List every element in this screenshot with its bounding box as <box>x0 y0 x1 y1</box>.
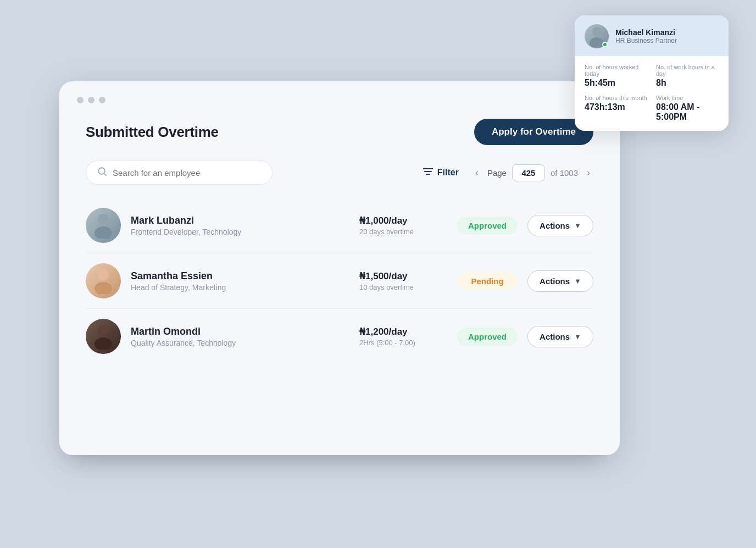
profile-avatar-wrap <box>585 24 609 48</box>
employee-days: 10 days overtime <box>359 283 447 291</box>
employee-days: 2Hrs (5:00 - 7:00) <box>359 339 447 347</box>
employee-pay: ₦1,000/day 20 days overtime <box>359 215 447 236</box>
pagination: ‹ Page of 1003 › <box>472 164 593 181</box>
prev-page-button[interactable]: ‹ <box>472 166 482 180</box>
employee-rate: ₦1,000/day <box>359 215 447 226</box>
svg-point-12 <box>590 37 604 47</box>
svg-point-9 <box>98 325 109 336</box>
table-row: Martin Omondi Quality Assurance, Technol… <box>86 309 593 364</box>
card-header: Submitted Overtime Apply for Overtime <box>59 103 620 156</box>
window-dots <box>59 81 620 103</box>
page-label: Page <box>487 168 507 178</box>
employee-list: Mark Lubanzi Frontend Developer, Technol… <box>59 198 620 364</box>
filter-icon <box>423 168 433 178</box>
chevron-down-icon: ▼ <box>574 333 581 341</box>
profile-role: HR Business Partner <box>615 37 677 45</box>
profile-stats: No. of hours worked today 5h:45m No. of … <box>575 56 729 131</box>
avatar <box>86 263 121 298</box>
employee-name: Samantha Essien <box>131 270 349 282</box>
avatar <box>86 208 121 243</box>
employee-info: Martin Omondi Quality Assurance, Technol… <box>131 326 349 347</box>
employee-role: Head of Strategy, Marketing <box>131 283 349 292</box>
employee-name: Martin Omondi <box>131 326 349 337</box>
dot-3 <box>99 97 105 103</box>
status-badge: Pending <box>457 272 518 290</box>
search-input[interactable] <box>113 168 261 178</box>
svg-point-10 <box>94 337 112 350</box>
next-page-button[interactable]: › <box>583 166 593 180</box>
filter-button[interactable]: Filter <box>423 168 459 178</box>
chevron-down-icon: ▼ <box>574 222 581 230</box>
main-card: Submitted Overtime Apply for Overtime <box>59 81 620 455</box>
dot-1 <box>77 97 84 103</box>
profile-name-wrap: Michael Kimanzi HR Business Partner <box>615 28 677 45</box>
employee-pay: ₦1,200/day 2Hrs (5:00 - 7:00) <box>359 326 447 347</box>
actions-label: Actions <box>540 332 570 341</box>
svg-line-1 <box>104 174 107 176</box>
stat-label: Work time <box>656 95 719 101</box>
actions-label: Actions <box>540 221 570 230</box>
actions-label: Actions <box>540 276 570 286</box>
stat-hours-today: No. of hours worked today 5h:45m <box>585 64 647 88</box>
svg-point-11 <box>592 27 601 36</box>
employee-name: Mark Lubanzi <box>131 215 349 226</box>
filter-label: Filter <box>437 168 459 178</box>
stat-value: 5h:45m <box>585 78 647 88</box>
filter-page-wrap: Filter ‹ Page of 1003 › <box>423 164 593 181</box>
profile-card-header: Michael Kimanzi HR Business Partner <box>575 15 729 56</box>
stat-value: 8h <box>656 78 719 88</box>
employee-info: Samantha Essien Head of Strategy, Market… <box>131 270 349 292</box>
actions-button[interactable]: Actions ▼ <box>527 215 593 236</box>
online-indicator <box>602 42 608 47</box>
stat-value: 473h:13m <box>585 102 647 112</box>
employee-rate: ₦1,200/day <box>359 326 447 337</box>
stat-label: No. of work hours in a day <box>656 64 719 77</box>
svg-point-8 <box>94 282 112 294</box>
actions-button[interactable]: Actions ▼ <box>527 270 593 292</box>
status-badge: Approved <box>457 217 518 235</box>
page-total: of 1003 <box>551 168 578 178</box>
page-input[interactable] <box>512 164 545 181</box>
svg-point-5 <box>98 214 109 225</box>
chevron-down-icon: ▼ <box>574 277 581 285</box>
stat-label: No. of hours worked today <box>585 64 647 77</box>
avatar <box>86 319 121 354</box>
table-row: Samantha Essien Head of Strategy, Market… <box>86 253 593 309</box>
employee-role: Frontend Developer, Technology <box>131 228 349 236</box>
page-title: Submitted Overtime <box>86 124 219 141</box>
stat-hours-month: No. of hours this month 473h:13m <box>585 95 647 122</box>
employee-role: Quality Assurance, Technology <box>131 339 349 347</box>
stat-value: 08:00 AM - 5:00PM <box>656 102 719 122</box>
stat-work-hours-day: No. of work hours in a day 8h <box>656 64 719 88</box>
search-filter-bar: Filter ‹ Page of 1003 › <box>59 156 620 198</box>
search-icon <box>97 167 107 179</box>
svg-point-6 <box>94 226 112 239</box>
status-badge: Approved <box>457 328 518 346</box>
stat-label: No. of hours this month <box>585 95 647 101</box>
table-row: Mark Lubanzi Frontend Developer, Technol… <box>86 198 593 253</box>
svg-point-7 <box>98 269 109 280</box>
profile-name: Michael Kimanzi <box>615 28 677 37</box>
actions-button[interactable]: Actions ▼ <box>527 326 593 347</box>
profile-card: Michael Kimanzi HR Business Partner No. … <box>575 15 729 131</box>
dot-2 <box>88 97 94 103</box>
employee-pay: ₦1,500/day 10 days overtime <box>359 270 447 291</box>
search-input-wrap[interactable] <box>86 160 273 185</box>
stat-work-time: Work time 08:00 AM - 5:00PM <box>656 95 719 122</box>
employee-days: 20 days overtime <box>359 228 447 236</box>
employee-info: Mark Lubanzi Frontend Developer, Technol… <box>131 215 349 236</box>
employee-rate: ₦1,500/day <box>359 270 447 282</box>
